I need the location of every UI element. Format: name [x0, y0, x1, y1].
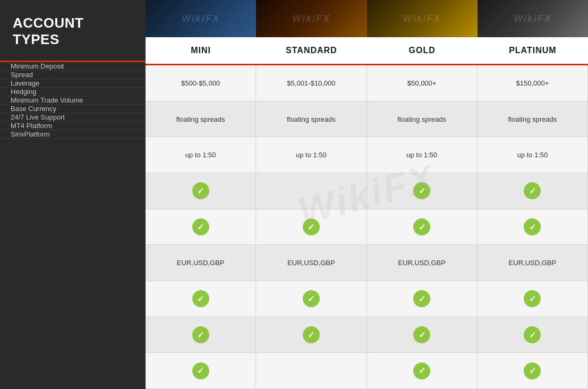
wikifx-watermark-2: WikiFX — [292, 13, 330, 24]
cell-r2-c0: up to 1:50 — [146, 137, 256, 173]
cell-r1-c3: floating spreads — [478, 102, 588, 138]
sidebar-title: ACCOUNT TYPES — [13, 15, 133, 48]
check-icon — [413, 218, 430, 235]
cell-r4-c1 — [256, 209, 367, 246]
check-icon — [413, 182, 430, 199]
header-col-mini: WikiFX — [146, 0, 256, 37]
row-label-0: Minimum Deposit — [0, 62, 146, 71]
wikifx-watermark-4: WikiFX — [514, 13, 552, 24]
table-body: $500-$5,000$5,001-$10,000$50,000+$150,00… — [146, 65, 588, 389]
cell-r0-c1: $5,001-$10,000 — [256, 65, 367, 102]
cell-r0-c0: $500-$5,000 — [146, 65, 256, 102]
cell-r8-c2 — [367, 353, 478, 389]
main-content: WikiFX WikiFX WikiFX WikiFX MINISTANDARD… — [146, 0, 588, 389]
header-images: WikiFX WikiFX WikiFX WikiFX — [146, 0, 588, 37]
cell-r4-c0 — [146, 209, 256, 246]
row-label-1: Spread — [0, 71, 146, 79]
check-icon — [413, 362, 430, 379]
cell-r7-c1 — [256, 317, 367, 353]
col-header-mini: MINI — [146, 37, 256, 64]
check-icon — [524, 290, 541, 307]
row-label-7: MT4 Platform — [0, 122, 146, 130]
cell-r2-c1: up to 1:50 — [256, 137, 367, 173]
col-header-standard: STANDARD — [256, 37, 367, 64]
wikifx-watermark-3: WikiFX — [403, 13, 441, 24]
cell-r4-c3 — [478, 209, 588, 246]
table-row — [146, 209, 588, 246]
cell-r2-c3: up to 1:50 — [478, 137, 588, 173]
table-row — [146, 353, 588, 389]
cell-r6-c0 — [146, 281, 256, 317]
table-row: $500-$5,000$5,001-$10,000$50,000+$150,00… — [146, 65, 588, 102]
check-icon — [303, 218, 320, 235]
cell-r1-c2: floating spreads — [367, 102, 478, 138]
check-icon — [524, 326, 541, 343]
header-col-standard: WikiFX — [256, 0, 367, 37]
row-label-4: Minimum Trade Volume — [0, 96, 146, 105]
cell-r8-c3 — [478, 353, 588, 389]
check-icon — [303, 326, 320, 343]
table-row — [146, 173, 588, 209]
cell-r5-c3: EUR,USD,GBP — [478, 245, 588, 281]
check-icon — [192, 326, 209, 343]
check-icon — [192, 218, 209, 235]
cell-r4-c2 — [367, 209, 478, 246]
cell-r7-c3 — [478, 317, 588, 353]
cell-r6-c3 — [478, 281, 588, 317]
row-label-2: Laverage — [0, 79, 146, 88]
cell-r3-c1 — [256, 173, 367, 209]
cell-r6-c2 — [367, 281, 478, 317]
check-icon — [192, 182, 209, 199]
cell-r1-c1: floating spreads — [256, 102, 367, 138]
cell-r3-c0 — [146, 173, 256, 209]
check-icon — [524, 218, 541, 235]
cell-r8-c1 — [256, 353, 367, 389]
table-row: floating spreadsfloating spreadsfloating… — [146, 102, 588, 138]
col-header-platinum: PLATINUM — [478, 37, 588, 64]
cell-r6-c1 — [256, 281, 367, 317]
row-label-3: Hedging — [0, 88, 146, 96]
cell-r5-c1: EUR,USD,GBP — [256, 245, 367, 281]
cell-r7-c0 — [146, 317, 256, 353]
cell-r2-c2: up to 1:50 — [367, 137, 478, 173]
sidebar: ACCOUNT TYPES Minimum DepositSpreadLaver… — [0, 0, 146, 389]
check-icon — [192, 362, 209, 379]
table-row: up to 1:50up to 1:50up to 1:50up to 1:50 — [146, 137, 588, 173]
wikifx-watermark-1: WikiFX — [182, 13, 220, 24]
header-col-gold: WikiFX — [367, 0, 478, 37]
check-icon — [192, 290, 209, 307]
cell-r3-c2 — [367, 173, 478, 209]
row-label-5: Base Currency — [0, 105, 146, 113]
check-icon — [303, 290, 320, 307]
table-row: EUR,USD,GBPEUR,USD,GBPEUR,USD,GBPEUR,USD… — [146, 245, 588, 281]
cell-r8-c0 — [146, 353, 256, 389]
sidebar-rows: Minimum DepositSpreadLaverageHedgingMini… — [0, 62, 146, 389]
cell-r1-c0: floating spreads — [146, 102, 256, 138]
main-container: ACCOUNT TYPES Minimum DepositSpreadLaver… — [0, 0, 588, 389]
table-row — [146, 317, 588, 353]
cell-r0-c3: $150,000+ — [478, 65, 588, 102]
sidebar-header: ACCOUNT TYPES — [0, 0, 146, 61]
col-headers: MINISTANDARDGOLDPLATINUM — [146, 37, 588, 65]
header-col-platinum: WikiFX — [478, 0, 588, 37]
row-label-6: 24/7 Live Support — [0, 113, 146, 122]
check-icon — [524, 182, 541, 199]
check-icon — [413, 326, 430, 343]
cell-r7-c2 — [367, 317, 478, 353]
check-icon — [413, 290, 430, 307]
row-label-8: SirixPlatform — [0, 130, 146, 139]
cell-r0-c2: $50,000+ — [367, 65, 478, 102]
cell-r5-c0: EUR,USD,GBP — [146, 245, 256, 281]
table-row — [146, 281, 588, 317]
col-header-gold: GOLD — [367, 37, 478, 64]
cell-r3-c3 — [478, 173, 588, 209]
cell-r5-c2: EUR,USD,GBP — [367, 245, 478, 281]
check-icon — [524, 362, 541, 379]
